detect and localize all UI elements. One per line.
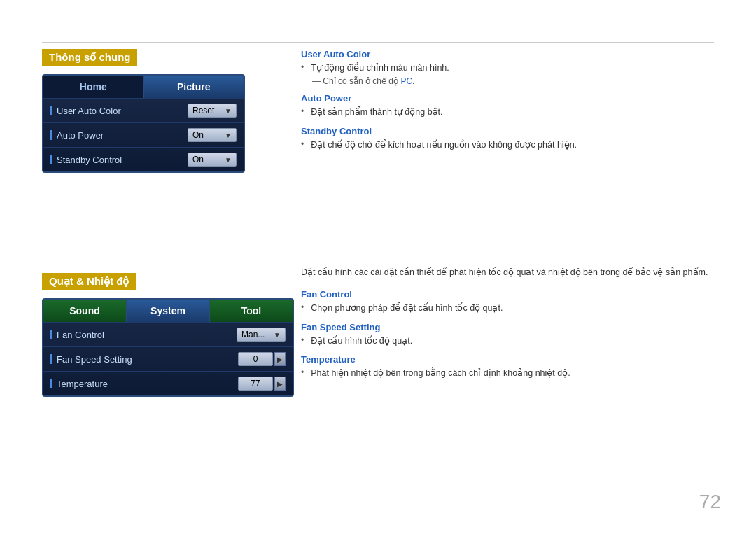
page-number: 72 [699, 491, 721, 513]
row-standby-control: Standby Control On ▼ [43, 147, 244, 171]
stepper-fan-speed[interactable]: ▶ [274, 352, 286, 366]
label-temperature: Temperature [57, 379, 108, 389]
dropdown-arrow: ▼ [225, 107, 232, 115]
desc-bullet-3: • Đặt chế độ chờ để kích hoạt nếu nguồn … [301, 139, 721, 152]
desc-text-standby-control: Đặt chế độ chờ để kích hoạt nếu nguồn và… [308, 139, 577, 152]
desc-bullet-fan-speed: • Đặt cấu hình tốc độ quạt. [301, 335, 735, 348]
desc-fan-speed-setting: Fan Speed Setting • Đặt cấu hình tốc độ … [301, 322, 735, 348]
section2-quat-nhiet-do: Quạt & Nhiệt độ Sound System Tool Fan Co… [42, 273, 336, 397]
row-fan-speed-setting: Fan Speed Setting 0 ▶ [43, 346, 293, 371]
row-indicator [50, 354, 52, 364]
monitor-panel-1: Home Picture User Auto Color Reset ▼ Aut… [42, 74, 245, 173]
desc-bullet-2: • Đặt sản phẩm thành tự động bật. [301, 106, 721, 119]
section1-tabs: Home Picture [43, 76, 244, 98]
tab-tool[interactable]: Tool [210, 300, 293, 322]
desc-note-pc: — Chỉ có sẵn ở chế độ PC. [301, 76, 721, 86]
row-indicator [50, 155, 52, 164]
section2-tabs: Sound System Tool [43, 300, 293, 322]
section2-descriptions: Đặt cấu hình các cài đặt cần thiết để ph… [301, 266, 735, 387]
desc-label-fan-speed-setting: Fan Speed Setting [301, 322, 735, 332]
desc-label-user-auto-color: User Auto Color [301, 49, 721, 59]
desc-temperature: Temperature • Phát hiện nhiệt độ bên tro… [301, 354, 735, 380]
value-fan-speed: 0 [238, 352, 273, 366]
value-temperature: 77 [238, 377, 273, 391]
section2-title: Quạt & Nhiệt độ [42, 273, 136, 290]
section2-top-desc: Đặt cấu hình các cài đặt cần thiết để ph… [301, 266, 735, 279]
desc-bullet-fan-control: • Chọn phương pháp để đặt cấu hình tốc đ… [301, 302, 735, 315]
row-fan-control: Fan Control Man... ▼ [43, 322, 293, 346]
desc-label-temperature: Temperature [301, 354, 735, 365]
pc-text: PC [400, 76, 412, 86]
label-fan-control: Fan Control [57, 330, 104, 340]
desc-user-auto-color: User Auto Color • Tự động điều chỉnh màu… [301, 49, 721, 86]
desc-text-auto-power: Đặt sản phẩm thành tự động bật. [308, 106, 442, 119]
tab-system[interactable]: System [127, 300, 210, 322]
desc-label-auto-power: Auto Power [301, 93, 721, 104]
row-temperature: Temperature 77 ▶ [43, 371, 293, 395]
row-user-auto-color: User Auto Color Reset ▼ [43, 98, 244, 122]
desc-text-fan-control: Chọn phương pháp để đặt cấu hình tốc độ … [308, 302, 503, 315]
label-standby-control: Standby Control [57, 155, 122, 165]
tab-sound[interactable]: Sound [43, 300, 127, 322]
desc-standby-control: Standby Control • Đặt chế độ chờ để kích… [301, 126, 721, 152]
row-indicator [50, 330, 52, 339]
desc-bullet-1: • Tự động điều chỉnh màu màn hình. [301, 62, 721, 75]
dropdown-arrow: ▼ [225, 156, 232, 164]
desc-auto-power: Auto Power • Đặt sản phẩm thành tự động … [301, 93, 721, 119]
desc-text-auto-color: Tự động điều chỉnh màu màn hình. [308, 62, 449, 75]
desc-label-standby-control: Standby Control [301, 126, 721, 136]
row-auto-power: Auto Power On ▼ [43, 122, 244, 147]
desc-label-fan-control: Fan Control [301, 289, 735, 300]
dropdown-arrow: ▼ [225, 132, 232, 139]
section1-descriptions: User Auto Color • Tự động điều chỉnh màu… [301, 49, 721, 158]
row-indicator [50, 106, 52, 115]
control-fan-control[interactable]: Man... ▼ [237, 328, 286, 342]
control-user-auto-color[interactable]: Reset ▼ [188, 104, 237, 118]
tab-picture[interactable]: Picture [144, 76, 244, 98]
label-fan-speed-setting: Fan Speed Setting [57, 354, 132, 365]
desc-text-fan-speed: Đặt cấu hình tốc độ quạt. [308, 335, 412, 348]
label-user-auto-color: User Auto Color [57, 106, 121, 116]
row-indicator [50, 130, 52, 140]
desc-text-temperature: Phát hiện nhiệt độ bên trong bằng cách c… [308, 367, 570, 380]
monitor-panel-2: Sound System Tool Fan Control Man... ▼ F… [42, 298, 294, 397]
label-auto-power: Auto Power [57, 130, 104, 141]
dropdown-arrow: ▼ [274, 331, 281, 339]
desc-fan-control: Fan Control • Chọn phương pháp để đặt cấ… [301, 289, 735, 315]
top-divider [42, 42, 714, 43]
desc-bullet-temperature: • Phát hiện nhiệt độ bên trong bằng cách… [301, 367, 735, 380]
stepper-temperature[interactable]: ▶ [274, 377, 286, 391]
section1-title: Thông số chung [42, 49, 137, 66]
control-auto-power[interactable]: On ▼ [188, 128, 237, 142]
control-standby-control[interactable]: On ▼ [188, 153, 237, 167]
row-indicator [50, 379, 52, 388]
tab-home[interactable]: Home [43, 76, 144, 98]
